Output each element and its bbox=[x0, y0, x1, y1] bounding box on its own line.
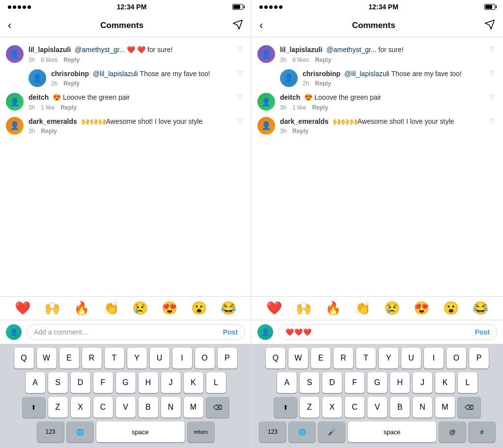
key-u[interactable]: U bbox=[150, 348, 169, 368]
key-u[interactable]: U bbox=[401, 348, 421, 368]
key-123[interactable]: 123 bbox=[259, 421, 286, 442]
key-i[interactable]: I bbox=[424, 348, 444, 368]
post-button-right[interactable]: Post bbox=[475, 328, 490, 336]
key-space[interactable]: space bbox=[96, 421, 185, 442]
key-t[interactable]: T bbox=[105, 348, 124, 368]
comment-input-box-right[interactable]: ❤️❤️❤️ Post bbox=[278, 324, 497, 340]
key-i[interactable]: I bbox=[172, 348, 192, 368]
key-at[interactable]: @ bbox=[439, 421, 466, 442]
key-z[interactable]: Z bbox=[48, 397, 68, 418]
emoji-clap[interactable]: 👏 bbox=[103, 301, 119, 316]
key-m[interactable]: M bbox=[184, 397, 203, 418]
like-icon[interactable]: ♡ bbox=[237, 45, 245, 53]
reply-button[interactable]: Reply bbox=[63, 56, 80, 63]
send-button-left[interactable] bbox=[232, 19, 243, 32]
key-hash[interactable]: # bbox=[469, 421, 495, 442]
key-n[interactable]: N bbox=[161, 397, 181, 418]
key-j[interactable]: J bbox=[161, 372, 181, 393]
key-g[interactable]: G bbox=[367, 372, 387, 393]
key-w[interactable]: W bbox=[37, 348, 56, 368]
emoji-fire[interactable]: 🔥 bbox=[325, 301, 341, 316]
emoji-clap[interactable]: 👏 bbox=[355, 301, 370, 316]
key-g[interactable]: G bbox=[116, 372, 136, 393]
key-globe[interactable]: 🌐 bbox=[67, 421, 93, 442]
key-f[interactable]: F bbox=[93, 372, 113, 393]
emoji-cry[interactable]: 😢 bbox=[132, 301, 148, 316]
key-w[interactable]: W bbox=[288, 348, 308, 368]
key-q[interactable]: Q bbox=[266, 348, 285, 368]
key-e[interactable]: E bbox=[311, 348, 331, 368]
like-icon[interactable]: ♡ bbox=[489, 45, 497, 53]
emoji-laugh[interactable]: 😂 bbox=[473, 301, 488, 316]
like-icon[interactable]: ♡ bbox=[489, 69, 497, 77]
key-p[interactable]: P bbox=[218, 348, 237, 368]
key-globe[interactable]: 🌐 bbox=[289, 421, 315, 442]
key-h[interactable]: H bbox=[390, 372, 410, 393]
key-n[interactable]: N bbox=[413, 397, 432, 418]
key-mic[interactable]: 🎤 bbox=[318, 421, 345, 442]
reply-button[interactable]: Reply bbox=[63, 80, 80, 87]
key-a[interactable]: A bbox=[26, 372, 45, 393]
key-h[interactable]: H bbox=[139, 372, 158, 393]
key-d[interactable]: D bbox=[322, 372, 342, 393]
reply-button[interactable]: Reply bbox=[41, 128, 57, 135]
key-v[interactable]: V bbox=[367, 397, 387, 418]
key-d[interactable]: D bbox=[71, 372, 90, 393]
key-c[interactable]: C bbox=[345, 397, 364, 418]
emoji-laugh[interactable]: 😂 bbox=[221, 301, 236, 316]
key-v[interactable]: V bbox=[116, 397, 136, 418]
key-shift[interactable]: ⬆ bbox=[274, 397, 297, 418]
key-a[interactable]: A bbox=[277, 372, 297, 393]
reply-button[interactable]: Reply bbox=[60, 104, 77, 111]
key-delete[interactable]: ⌫ bbox=[458, 397, 480, 418]
like-icon[interactable]: ♡ bbox=[489, 93, 497, 101]
emoji-love[interactable]: 😍 bbox=[162, 301, 177, 316]
comment-input-box-left[interactable]: Add a comment... Post bbox=[27, 324, 245, 340]
key-q[interactable]: Q bbox=[14, 348, 34, 368]
back-button-right[interactable]: ‹ bbox=[259, 19, 263, 32]
emoji-cry[interactable]: 😢 bbox=[384, 301, 400, 316]
emoji-love[interactable]: 😍 bbox=[414, 301, 429, 316]
key-b[interactable]: B bbox=[139, 397, 158, 418]
back-button-left[interactable]: ‹ bbox=[8, 19, 11, 32]
emoji-heart[interactable]: ❤️ bbox=[15, 301, 30, 316]
key-o[interactable]: O bbox=[447, 348, 466, 368]
key-m[interactable]: M bbox=[435, 397, 455, 418]
key-p[interactable]: P bbox=[469, 348, 489, 368]
key-123[interactable]: 123 bbox=[37, 421, 64, 442]
emoji-hands[interactable]: 🙌 bbox=[44, 301, 60, 316]
key-k[interactable]: K bbox=[435, 372, 455, 393]
key-space[interactable]: space bbox=[348, 421, 436, 442]
key-f[interactable]: F bbox=[345, 372, 364, 393]
key-z[interactable]: Z bbox=[300, 397, 319, 418]
emoji-wow[interactable]: 😮 bbox=[191, 301, 207, 316]
key-s[interactable]: S bbox=[300, 372, 319, 393]
key-x[interactable]: X bbox=[71, 397, 90, 418]
key-r[interactable]: R bbox=[334, 348, 353, 368]
like-icon[interactable]: ♡ bbox=[237, 117, 245, 125]
key-x[interactable]: X bbox=[322, 397, 342, 418]
key-j[interactable]: J bbox=[413, 372, 432, 393]
key-c[interactable]: C bbox=[93, 397, 113, 418]
key-l[interactable]: L bbox=[458, 372, 477, 393]
post-button-left[interactable]: Post bbox=[223, 328, 238, 336]
key-s[interactable]: S bbox=[48, 372, 68, 393]
like-icon[interactable]: ♡ bbox=[237, 93, 245, 101]
key-shift[interactable]: ⬆ bbox=[23, 397, 45, 418]
key-y[interactable]: Y bbox=[379, 348, 398, 368]
send-button-right[interactable] bbox=[484, 19, 495, 32]
reply-button[interactable]: Reply bbox=[315, 56, 331, 63]
reply-button[interactable]: Reply bbox=[315, 80, 331, 87]
key-t[interactable]: T bbox=[356, 348, 376, 368]
key-r[interactable]: R bbox=[82, 348, 102, 368]
reply-button[interactable]: Reply bbox=[292, 128, 308, 135]
key-delete[interactable]: ⌫ bbox=[206, 397, 229, 418]
emoji-fire[interactable]: 🔥 bbox=[74, 301, 89, 316]
key-b[interactable]: B bbox=[390, 397, 410, 418]
key-return[interactable]: return bbox=[188, 421, 214, 442]
like-icon[interactable]: ♡ bbox=[489, 117, 497, 125]
key-e[interactable]: E bbox=[59, 348, 79, 368]
emoji-heart[interactable]: ❤️ bbox=[266, 301, 282, 316]
emoji-wow[interactable]: 😮 bbox=[443, 301, 459, 316]
key-k[interactable]: K bbox=[184, 372, 203, 393]
